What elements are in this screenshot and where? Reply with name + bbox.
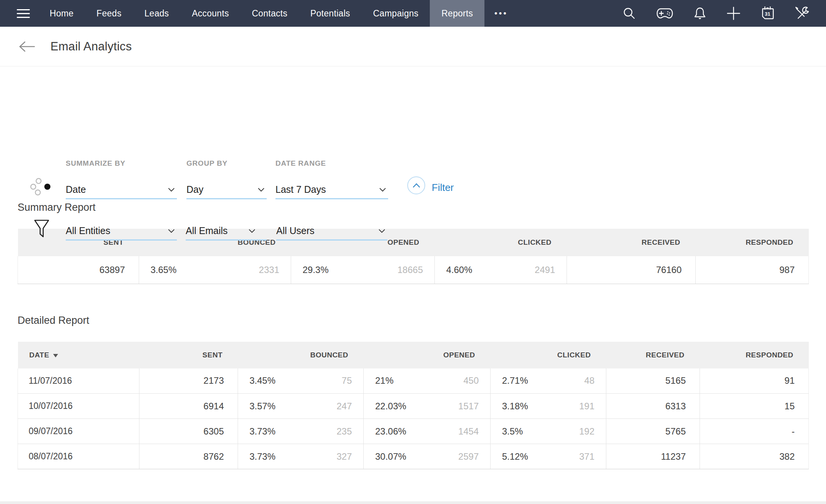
bounced-pct: 3.73% xyxy=(249,426,275,437)
opened-pct: 23.06% xyxy=(375,426,406,437)
entity-value: All Entities xyxy=(66,225,110,236)
tools-icon[interactable] xyxy=(795,6,809,21)
nav-icon-group: 31 xyxy=(623,6,826,21)
chevron-down-icon xyxy=(168,188,175,192)
chevron-down-icon xyxy=(379,229,385,233)
clicked-count: 191 xyxy=(579,401,594,412)
entity-dropdown[interactable]: All Entities xyxy=(66,222,177,241)
table-row: 10/07/2016 6914 3.57%247 22.03%1517 3.18… xyxy=(18,394,809,419)
summary-opened-pct: 29.3% xyxy=(303,265,329,275)
chevron-up-icon xyxy=(413,183,420,187)
row-received: 5165 xyxy=(606,368,700,394)
detailed-report-title: Detailed Report xyxy=(0,315,826,326)
clicked-pct: 3.5% xyxy=(502,426,523,437)
detailed-header-bounced: BOUNCED xyxy=(238,342,364,368)
row-sent: 8762 xyxy=(139,444,238,469)
detailed-header-row: DATE SENT BOUNCED OPENED CLICKED RECEIVE… xyxy=(18,342,809,368)
nav-item-leads[interactable]: Leads xyxy=(133,0,180,27)
summary-clicked-cell: 4.60% 2491 xyxy=(435,256,567,284)
nav-item-contacts[interactable]: Contacts xyxy=(240,0,299,27)
summary-header-clicked: CLICKED xyxy=(435,229,567,256)
nav-item-accounts[interactable]: Accounts xyxy=(180,0,240,27)
chevron-down-icon xyxy=(168,229,175,233)
nav-item-reports[interactable]: Reports xyxy=(430,0,484,27)
bell-icon[interactable] xyxy=(694,7,706,20)
bounced-pct: 3.57% xyxy=(249,401,275,412)
calendar-icon[interactable]: 31 xyxy=(761,6,774,21)
clicked-pct: 3.18% xyxy=(502,401,528,412)
opened-count: 1517 xyxy=(458,401,479,412)
bounced-pct: 3.73% xyxy=(249,451,275,462)
group-by-dropdown[interactable]: Day xyxy=(186,181,267,199)
row-date: 11/07/2016 xyxy=(18,368,139,394)
clicked-pct: 5.12% xyxy=(502,451,528,462)
email-value: All Emails xyxy=(186,225,228,236)
row-received: 11237 xyxy=(606,444,700,469)
plus-icon[interactable] xyxy=(727,6,740,20)
summarize-by-label: SUMMARIZE BY xyxy=(66,159,125,168)
bounced-count: 75 xyxy=(342,375,352,386)
opened-pct: 22.03% xyxy=(375,401,406,412)
sort-desc-icon xyxy=(53,351,58,359)
bounced-count: 327 xyxy=(337,451,352,462)
nav-item-campaigns[interactable]: Campaigns xyxy=(361,0,430,27)
row-bounced: 3.73%327 xyxy=(238,444,364,469)
back-arrow-icon[interactable] xyxy=(18,41,36,52)
filter-link[interactable]: Filter xyxy=(432,182,454,194)
row-bounced: 3.45%75 xyxy=(238,368,364,394)
table-row: 11/07/2016 2173 3.45%75 21%450 2.71%48 5… xyxy=(18,368,809,394)
table-row: 09/07/2016 6305 3.73%235 23.06%1454 3.5%… xyxy=(18,419,809,444)
gamepad-icon[interactable] xyxy=(656,8,673,19)
chevron-down-icon xyxy=(249,229,255,233)
row-bounced: 3.73%235 xyxy=(238,419,364,444)
row-opened: 22.03%1517 xyxy=(364,394,491,419)
row-sent: 6305 xyxy=(139,419,238,444)
row-responded: - xyxy=(700,419,809,444)
page-header: Email Analytics xyxy=(0,27,826,66)
row-clicked: 3.18%191 xyxy=(491,394,606,419)
detailed-header-sent: SENT xyxy=(139,342,238,368)
nav-item-potentials[interactable]: Potentials xyxy=(299,0,361,27)
summary-header-received: RECEIVED xyxy=(567,229,696,256)
group-by-value: Day xyxy=(186,184,203,195)
opened-count: 1454 xyxy=(458,426,479,437)
nav-item-feeds[interactable]: Feeds xyxy=(85,0,133,27)
detailed-table: DATE SENT BOUNCED OPENED CLICKED RECEIVE… xyxy=(18,342,809,470)
clicked-count: 371 xyxy=(579,451,594,462)
chevron-down-icon xyxy=(258,188,264,192)
group-by-label: GROUP BY xyxy=(186,159,227,168)
bounced-pct: 3.45% xyxy=(249,375,275,386)
filters-panel: SUMMARIZE BY GROUP BY DATE RANGE Date Da… xyxy=(0,66,826,191)
row-opened: 30.07%2597 xyxy=(364,444,491,469)
email-dropdown[interactable]: All Emails xyxy=(186,222,267,241)
row-received: 6313 xyxy=(606,394,700,419)
date-header-label: DATE xyxy=(29,351,49,359)
row-received: 5765 xyxy=(606,419,700,444)
hamburger-menu-icon[interactable] xyxy=(17,9,30,18)
summary-sent-value: 63897 xyxy=(18,256,139,284)
filter-collapse-button[interactable] xyxy=(407,176,425,194)
opened-pct: 21% xyxy=(375,375,394,386)
clicked-pct: 2.71% xyxy=(502,375,528,386)
row-responded: 15 xyxy=(700,394,809,419)
nav-more-ellipsis[interactable]: ••• xyxy=(484,0,518,27)
summary-clicked-pct: 4.60% xyxy=(446,265,472,275)
date-range-dropdown[interactable]: Last 7 Days xyxy=(275,181,388,199)
row-clicked: 3.5%192 xyxy=(491,419,606,444)
bottom-strip xyxy=(0,501,826,504)
chevron-down-icon xyxy=(379,188,386,192)
detailed-header-date[interactable]: DATE xyxy=(18,342,139,368)
opened-count: 2597 xyxy=(458,451,479,462)
user-dropdown[interactable]: All Users xyxy=(276,222,387,241)
summary-bounced-pct: 3.65% xyxy=(151,265,177,275)
summarize-by-dropdown[interactable]: Date xyxy=(66,181,177,199)
search-icon[interactable] xyxy=(623,7,636,20)
summary-report-title: Summary Report xyxy=(0,202,826,213)
summarize-by-value: Date xyxy=(66,184,86,195)
row-opened: 21%450 xyxy=(364,368,491,394)
summary-bounced-cell: 3.65% 2331 xyxy=(139,256,291,284)
table-row: 08/07/2016 8762 3.73%327 30.07%2597 5.12… xyxy=(18,444,809,469)
bounced-count: 235 xyxy=(337,426,352,437)
nav-item-home[interactable]: Home xyxy=(38,0,85,27)
row-date: 10/07/2016 xyxy=(18,394,139,419)
